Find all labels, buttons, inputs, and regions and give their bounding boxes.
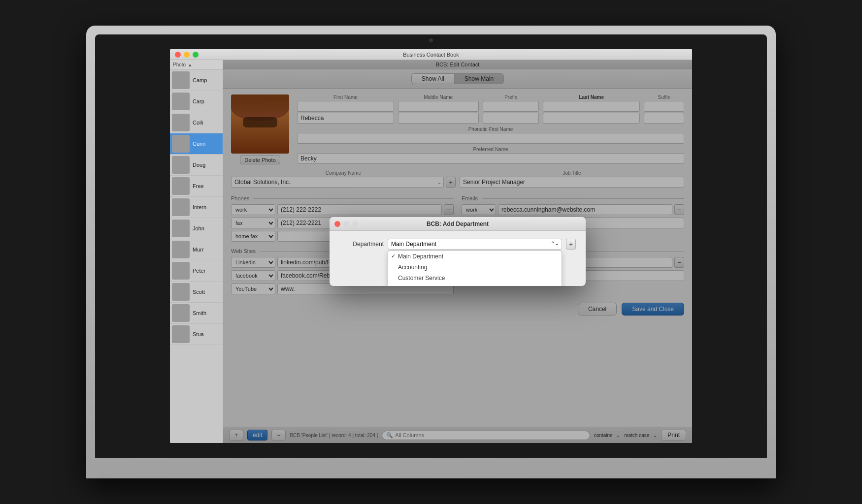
contact-name-camp: Camp (193, 77, 207, 83)
contact-name-murr: Murr (193, 247, 204, 252)
contact-name-john: John (193, 225, 204, 231)
sidebar-item-free[interactable]: Free (170, 176, 223, 197)
avatar-intern (172, 198, 190, 216)
add-department-modal: BCB: Add Department Department Main Depa… (330, 217, 586, 286)
department-row: Department Main Department ⌃⌄ Main Dep (339, 239, 576, 250)
app-body: Photo ▲ CampCarpColliCunnDougFreeInternJ… (170, 60, 692, 443)
sidebar-item-john[interactable]: John (170, 218, 223, 239)
contact-name-free: Free (193, 183, 204, 189)
contact-name-peter: Peter (193, 268, 205, 274)
sidebar-items-container: CampCarpColliCunnDougFreeInternJohnMurrP… (170, 70, 223, 345)
sidebar-item-carp[interactable]: Carp (170, 91, 223, 112)
department-dropdown-list: Main Department Accounting Customer Serv… (388, 251, 562, 286)
dept-item-finance[interactable]: Finance (388, 284, 562, 286)
avatar-stua (172, 325, 190, 343)
sidebar-item-murr[interactable]: Murr (170, 239, 223, 260)
avatar-doug (172, 156, 190, 174)
add-dept-button[interactable]: + (566, 239, 576, 250)
sidebar-item-stua[interactable]: Stua (170, 324, 223, 345)
close-button[interactable] (175, 52, 181, 58)
contact-name-doug: Doug (193, 162, 205, 168)
dept-chevron-icon: ⌃⌄ (551, 241, 559, 246)
contact-name-cunn: Cunn (193, 141, 205, 147)
sidebar-item-peter[interactable]: Peter (170, 260, 223, 282)
dept-selected-text: Main Department (391, 241, 436, 248)
contact-name-scott: Scott (193, 289, 205, 295)
modal-traffic-lights (334, 221, 358, 227)
contact-name-colli: Colli (193, 120, 203, 126)
dept-item-accounting[interactable]: Accounting (388, 262, 562, 273)
camera (429, 38, 433, 42)
modal-title-bar: BCB: Add Department (330, 217, 586, 231)
avatar-cunn (172, 135, 190, 153)
avatar-peter (172, 262, 190, 280)
department-dropdown-container: Main Department ⌃⌄ Main Department Accou… (388, 239, 562, 250)
screen-content: Business Contact Book Photo ▲ CampCarpCo… (170, 49, 692, 443)
sort-arrow-icon: ▲ (188, 63, 192, 67)
minimize-button[interactable] (184, 52, 190, 58)
avatar-carp (172, 93, 190, 110)
department-label: Department (339, 241, 384, 248)
screen-bezel: Business Contact Book Photo ▲ CampCarpCo… (95, 34, 767, 458)
laptop-shell: Business Contact Book Photo ▲ CampCarpCo… (86, 26, 776, 478)
avatar-scott (172, 283, 190, 301)
main-area: BCB: Edit Contact Show All Show Main (223, 60, 692, 443)
app-title: Business Contact Book (403, 52, 459, 58)
modal-close-button[interactable] (334, 221, 340, 227)
sidebar-item-doug[interactable]: Doug (170, 155, 223, 176)
modal-overlay: BCB: Add Department Department Main Depa… (223, 60, 692, 443)
contact-name-smith: Smith (193, 310, 206, 316)
modal-minimize-button (343, 221, 349, 227)
avatar-colli (172, 114, 190, 131)
avatar-john (172, 220, 190, 237)
department-dropdown[interactable]: Main Department ⌃⌄ (388, 239, 562, 250)
sidebar-item-colli[interactable]: Colli (170, 112, 223, 133)
maximize-button[interactable] (193, 52, 199, 58)
sidebar-item-camp[interactable]: Camp (170, 70, 223, 91)
traffic-lights (175, 52, 199, 58)
contact-name-stua: Stua (193, 331, 204, 337)
modal-title: BCB: Add Department (427, 220, 489, 227)
contact-name-intern: Intern (193, 204, 206, 210)
modal-body: Department Main Department ⌃⌄ Main Dep (330, 231, 586, 261)
contact-name-carp: Carp (193, 98, 204, 104)
sidebar-item-scott[interactable]: Scott (170, 282, 223, 303)
sidebar-item-cunn[interactable]: Cunn (170, 133, 223, 155)
modal-maximize-button (352, 221, 358, 227)
dept-item-customer-service[interactable]: Customer Service (388, 273, 562, 284)
avatar-camp (172, 71, 190, 89)
sidebar: Photo ▲ CampCarpColliCunnDougFreeInternJ… (170, 60, 223, 443)
avatar-smith (172, 304, 190, 322)
sidebar-item-smith[interactable]: Smith (170, 303, 223, 324)
sidebar-item-intern[interactable]: Intern (170, 197, 223, 218)
sidebar-header: Photo ▲ (170, 60, 223, 70)
avatar-free (172, 177, 190, 195)
sidebar-header-label: Photo (173, 62, 186, 67)
avatar-murr (172, 241, 190, 258)
dept-item-main[interactable]: Main Department (388, 251, 562, 262)
title-bar: Business Contact Book (170, 49, 692, 60)
